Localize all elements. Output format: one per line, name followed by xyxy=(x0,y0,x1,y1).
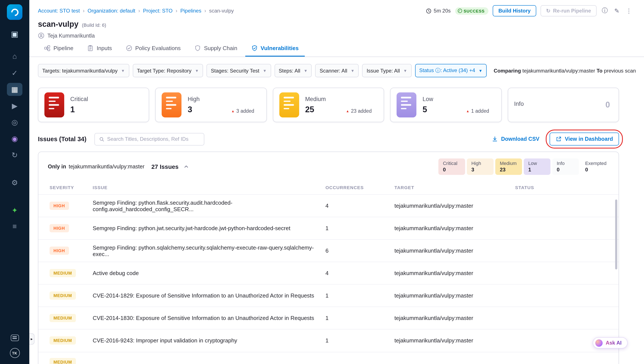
download-csv-button[interactable]: Download CSV xyxy=(492,136,540,142)
issues-group-header: Only in tejakummarikuntla/vulpy:master 2… xyxy=(38,152,618,180)
breadcrumb-item[interactable]: Account: STO test xyxy=(38,8,80,14)
collapse-chevron-icon[interactable] xyxy=(184,164,189,169)
issue-title-cell[interactable]: CVE-2014-1830: Exposure of Sensitive Inf… xyxy=(93,307,326,329)
tab-supply-chain[interactable]: Supply Chain xyxy=(188,42,243,57)
filter-dropdown[interactable]: Stages: Security Test ▼ xyxy=(206,64,271,77)
rerun-pipeline-button[interactable]: ↻ Re-run Pipeline xyxy=(540,5,596,17)
severity-chip[interactable]: High 3 xyxy=(467,158,494,175)
rollback-icon[interactable]: ↻ xyxy=(7,148,22,161)
user-avatar[interactable]: TK xyxy=(10,348,20,358)
chevron-down-icon: ▼ xyxy=(263,68,266,73)
severity-card-value: 25 xyxy=(305,105,314,114)
severity-card-value: 0 xyxy=(606,100,610,110)
view-in-dashboard-button[interactable]: View in Dashboard xyxy=(550,133,619,145)
sidebar-bottom: TK xyxy=(10,335,20,364)
severity-card-icon xyxy=(279,92,299,117)
table-row[interactable]: MEDIUM CVE-2014-1830: Exposure of Sensit… xyxy=(38,307,618,329)
policy-check-icon xyxy=(126,45,132,51)
severity-chip[interactable]: Exempted 0 xyxy=(581,158,611,175)
severity-chip[interactable]: Low 1 xyxy=(524,158,551,175)
status-cell xyxy=(515,239,618,262)
table-header-row: SEVERITYISSUEOCCURRENCESTARGETSTATUS xyxy=(38,180,618,195)
up-arrow-icon: ▲ xyxy=(346,109,349,113)
severity-badge: MEDIUM xyxy=(50,336,76,345)
filter-dropdown[interactable]: Targets: tejakummarikuntla/vulpy ▼ xyxy=(38,64,129,77)
target-cell: tejakummarikuntla/vulpy:master xyxy=(394,284,515,307)
status-badge: ✓ SUCCESS xyxy=(455,7,488,15)
severity-card-icon xyxy=(396,92,416,117)
clipboard-icon xyxy=(87,45,94,51)
severity-card-label: Low xyxy=(422,96,495,102)
issues-search[interactable] xyxy=(94,133,204,145)
issue-title-cell[interactable]: CVE-2014-1829: Exposure of Sensitive Inf… xyxy=(93,284,326,307)
partial-table-row[interactable]: MEDIUM xyxy=(38,352,618,364)
search-icon xyxy=(99,136,104,142)
chevron-down-icon: ▼ xyxy=(304,68,308,73)
build-id: (Build Id: 6) xyxy=(82,23,106,28)
table-row[interactable]: MEDIUM CVE-2014-1829: Exposure of Sensit… xyxy=(38,284,618,307)
filter-dropdown[interactable]: Steps: All ▼ xyxy=(274,64,312,77)
panel-expander[interactable]: ▸ xyxy=(29,333,34,344)
column-header: ISSUE xyxy=(93,180,326,195)
tab-bar: Pipeline Inputs Policy Evaluations Suppl… xyxy=(29,39,644,57)
tab-vulnerabilities[interactable]: Vulnerabilities xyxy=(245,42,305,57)
filter-dropdown[interactable]: Status ⓘ: Active (34) +4 ▼ xyxy=(415,64,487,77)
search-input[interactable] xyxy=(107,136,199,142)
severity-card-label: Info xyxy=(514,100,612,107)
table-row[interactable]: HIGH Semgrep Finding: python.sqlalchemy.… xyxy=(38,239,618,262)
tab-inputs[interactable]: Inputs xyxy=(81,42,118,57)
scrollbar-thumb[interactable] xyxy=(615,200,617,269)
harness-logo[interactable] xyxy=(7,4,22,20)
severity-badge: MEDIUM xyxy=(50,269,76,277)
table-row[interactable]: MEDIUM CVE-2016-9243: Improper input val… xyxy=(38,329,618,352)
filter-dropdown[interactable]: Scanner: All ▼ xyxy=(315,64,359,77)
chat-icon[interactable] xyxy=(10,335,19,341)
issue-title-cell[interactable]: Semgrep Finding: python.flask.security.a… xyxy=(93,195,326,217)
edit-pencil-icon[interactable]: ✎ xyxy=(613,7,621,14)
cloud-costs-icon[interactable]: ✦ xyxy=(7,204,22,217)
severity-card-label: Critical xyxy=(70,96,143,102)
breadcrumb-item[interactable]: Pipelines xyxy=(173,8,201,14)
breadcrumb-item[interactable]: Organization: default xyxy=(80,8,135,14)
table-row[interactable]: HIGH Semgrep Finding: python.jwt.securit… xyxy=(38,217,618,239)
tab-pipeline[interactable]: Pipeline xyxy=(38,42,80,57)
issue-title-cell[interactable]: Semgrep Finding: python.jwt.security.jwt… xyxy=(93,217,326,239)
info-icon[interactable]: ⓘ xyxy=(601,7,609,15)
clock-icon xyxy=(426,8,432,14)
issue-title-cell[interactable]: Active debug code xyxy=(93,262,326,284)
severity-chip[interactable]: Medium 23 xyxy=(496,158,522,175)
modules-cube-icon[interactable]: ▣ xyxy=(7,28,22,41)
group-issue-count: 27 Issues xyxy=(151,163,178,170)
tab-policy-evaluations[interactable]: Policy Evaluations xyxy=(120,42,187,57)
issues-card: Only in tejakummarikuntla/vulpy:master 2… xyxy=(38,151,619,364)
column-header: STATUS xyxy=(515,180,618,195)
executions-icon[interactable]: ▶ xyxy=(7,99,22,112)
chevron-down-icon: ▼ xyxy=(195,68,199,73)
pipelines-icon[interactable]: ▦ xyxy=(7,83,22,96)
kebab-menu-icon[interactable]: ⋮ xyxy=(625,7,633,14)
filter-dropdown[interactable]: Issue Type: All ▼ xyxy=(362,64,412,77)
table-row[interactable]: MEDIUM Active debug code 4 tejakummariku… xyxy=(38,262,618,284)
view-in-dashboard-wrap: View in Dashboard xyxy=(550,133,619,145)
builds-check-icon[interactable]: ✓ xyxy=(7,67,22,79)
issue-title-cell[interactable]: CVE-2016-9243: Improper input validation… xyxy=(93,329,326,352)
breadcrumb-item[interactable]: scan-vulpy xyxy=(201,8,234,14)
group-target: tejakummarikuntla/vulpy:master xyxy=(69,164,144,170)
ask-ai-button[interactable]: Ask AI xyxy=(593,337,628,348)
build-history-button[interactable]: Build History xyxy=(493,5,536,17)
status-cell xyxy=(515,262,618,284)
severity-chip[interactable]: Info 0 xyxy=(552,158,579,175)
security-tests-icon[interactable]: ◉ xyxy=(7,132,22,145)
org-structure-icon[interactable]: ≡ xyxy=(7,220,22,233)
severity-chip[interactable]: Critical 0 xyxy=(438,158,465,175)
breadcrumb-item[interactable]: Project: STO xyxy=(135,8,173,14)
severity-badge: MEDIUM xyxy=(50,314,76,322)
table-row[interactable]: HIGH Semgrep Finding: python.flask.secur… xyxy=(38,195,618,217)
issue-title-cell[interactable]: Semgrep Finding: python.sqlalchemy.secur… xyxy=(93,239,326,262)
filter-dropdown[interactable]: Target Type: Repository ▼ xyxy=(132,64,203,77)
sidebar-nav: ▣ ⌂ ✓ ▦ ▶ ◎ ◉ ↻ ⚙ ✦ xyxy=(0,28,29,233)
settings-gear-icon[interactable]: ⚙ xyxy=(7,176,22,189)
deployments-target-icon[interactable]: ◎ xyxy=(7,116,22,129)
home-icon[interactable]: ⌂ xyxy=(7,50,22,63)
author-row: Teja Kummarikuntla xyxy=(29,29,644,39)
